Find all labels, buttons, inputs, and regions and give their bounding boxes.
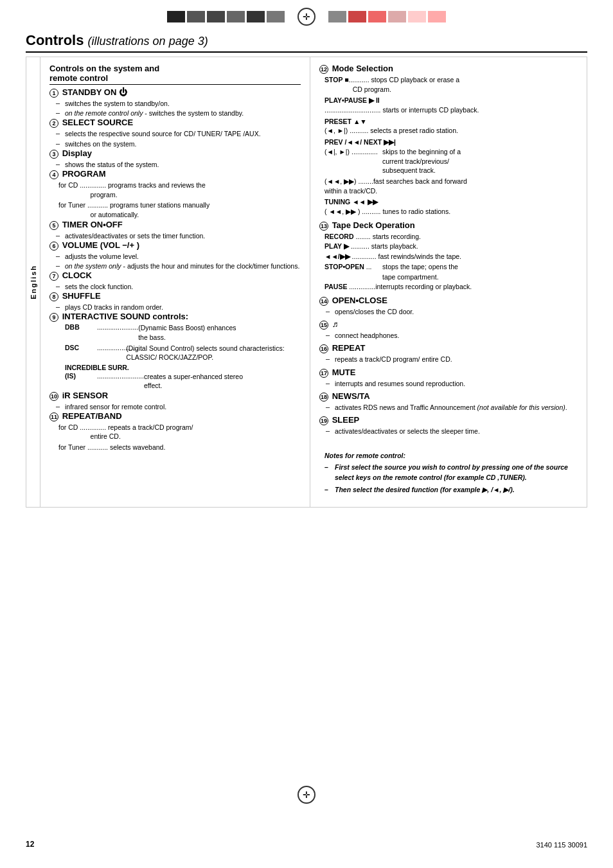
section-select-source: 2 SELECT SOURCE – selects the respective… <box>49 118 301 148</box>
repeat-item: – repeats a track/CD program/ entire CD. <box>319 355 578 364</box>
standby-title: 1 STANDBY ON ⏻ <box>49 87 301 98</box>
section-clock: 7 CLOCK – sets the clock function. <box>49 270 301 291</box>
repeat-title: 16 REPEAT <box>319 343 578 353</box>
program-items: for CD .............. programs tracks an… <box>49 181 301 220</box>
notes-title: Notes for remote control: <box>324 451 573 461</box>
volume-item-1: – adjusts the volume level. <box>49 252 301 261</box>
section-repeat-band: 11 REPEAT/BAND for CD .............. rep… <box>49 411 301 452</box>
repeat-band-title: 11 REPEAT/BAND <box>49 411 301 421</box>
select-source-title: 2 SELECT SOURCE <box>49 118 301 128</box>
tape-stop-open: STOP•OPEN ...stops the tape; opens theta… <box>324 262 578 283</box>
dbb-row: DBB ...................... (Dynamic Bass… <box>65 323 301 341</box>
tape-play: PLAY ▶ .......... starts playback. <box>324 242 578 252</box>
top-decorative-bar: ✛ <box>0 0 613 26</box>
section-timer: 5 TIMER ON•OFF – activates/deactivates o… <box>49 220 301 240</box>
tuning-desc: ( ◄◄, ▶▶ ) .......... tunes to radio sta… <box>324 207 578 217</box>
clock-title: 7 CLOCK <box>49 270 301 281</box>
tape-pause: PAUSE ..............interrupts recording… <box>324 282 578 292</box>
bar-right-segments <box>328 11 446 22</box>
seg-r1 <box>328 11 346 22</box>
content-columns: English Controls on the system and remot… <box>26 57 587 508</box>
standby-item-1: – switches the system to standby/on. <box>49 99 301 108</box>
doc-reference: 3140 115 30091 <box>536 841 587 849</box>
section-ir-sensor: 10 iR SENSOR – infrared sensor for remot… <box>49 391 301 411</box>
tape-title: 13 Tape Deck Operation <box>319 220 578 231</box>
repeat-tuner: for Tuner ........... selects waveband. <box>58 443 301 452</box>
mute-item: – interrupts and resumes sound reproduct… <box>319 379 578 388</box>
section-mute: 17 MUTE – interrupts and resumes sound r… <box>319 368 578 388</box>
section-headphones: 15 ♬ – connect headphones. <box>319 319 578 340</box>
news-ta-title: 18 NEWS/TA <box>319 391 578 402</box>
shuffle-item-1: – plays CD tracks in random order. <box>49 303 301 312</box>
tape-items: RECORD ........ starts recording. PLAY ▶… <box>319 232 578 293</box>
prev-next-label: PREV /◄◄/ NEXT ▶▶| <box>324 137 578 147</box>
program-title: 4 PROGRAM <box>49 169 301 179</box>
volume-item-2: – on the system only - adjusts the hour … <box>49 261 301 270</box>
tape-record: RECORD ........ starts recording. <box>324 232 578 242</box>
select-source-item-1: – selects the respective sound source fo… <box>49 129 301 138</box>
seg-2 <box>187 11 205 22</box>
section-standby: 1 STANDBY ON ⏻ – switches the system to … <box>49 87 301 118</box>
seg-r3 <box>368 11 386 22</box>
play-pause-label: PLAY•PAUSE ▶ II <box>324 96 578 105</box>
sleep-title: 19 SLEEP <box>319 415 578 425</box>
standby-item-2: – on the remote control only - switches … <box>49 109 301 118</box>
section-repeat: 16 REPEAT – repeats a track/CD program/ … <box>319 343 578 364</box>
mode-title: 12 Mode Selection <box>319 64 578 74</box>
mode-items: STOP ■........... stops CD playback or e… <box>319 75 578 217</box>
ir-item-1: – infrared sensor for remote control. <box>49 402 301 411</box>
preset-desc: (◄, ►|) .......... selects a preset radi… <box>324 126 578 136</box>
mute-title: 17 MUTE <box>319 368 578 378</box>
section-interactive-sound: 9 INTERACTIVE SOUND controls: DBB ......… <box>49 312 301 390</box>
seg-r5 <box>408 11 426 22</box>
seg-1 <box>167 11 185 22</box>
bar-left-segments <box>167 11 285 22</box>
section-tape-deck: 13 Tape Deck Operation RECORD ........ s… <box>319 220 578 293</box>
seg-r2 <box>348 11 366 22</box>
seg-r4 <box>388 11 406 22</box>
title-sub: (illustrations on page 3) <box>88 35 208 48</box>
shuffle-title: 8 SHUFFLE <box>49 291 301 301</box>
right-column: 12 Mode Selection STOP ■........... stop… <box>310 57 587 507</box>
section-open-close: 14 OPEN•CLOSE – opens/closes the CD door… <box>319 296 578 316</box>
main-content: Controls (illustrations on page 3) Engli… <box>0 26 613 527</box>
tape-ff: ◄◄/▶▶ ............. fast rewinds/winds t… <box>324 252 578 262</box>
language-label: English <box>30 265 37 299</box>
news-ta-item: – activates RDS news and Traffic Announc… <box>319 403 578 412</box>
program-cd: for CD .............. programs tracks an… <box>58 181 301 199</box>
timer-title: 5 TIMER ON•OFF <box>49 220 301 230</box>
is-row: (IS) ......................... creates a… <box>65 372 301 390</box>
play-pause-desc: .............................. starts or… <box>324 105 578 115</box>
prev-next-desc2: (◄◄, ▶▶) ........fast searches back and … <box>324 177 578 195</box>
compass-icon-bottom: ✛ <box>298 786 315 804</box>
seg-5 <box>247 11 265 22</box>
volume-title: 6 VOLUME (VOL −/+ ) <box>49 240 301 251</box>
title-main: Controls <box>26 32 84 48</box>
interactive-title: 9 INTERACTIVE SOUND controls: <box>49 312 301 322</box>
display-title: 3 Display <box>49 148 301 159</box>
section-display: 3 Display – shows the status of the syst… <box>49 148 301 169</box>
left-col-header: Controls on the system and remote contro… <box>49 64 301 83</box>
timer-item-1: – activates/deactivates or sets the time… <box>49 231 301 240</box>
notes-box: Notes for remote control: – First select… <box>319 446 578 500</box>
clock-item-1: – sets the clock function. <box>49 282 301 291</box>
section-sleep: 19 SLEEP – activates/deactivates or sele… <box>319 415 578 436</box>
program-tuner: for Tuner ........... programs tuner sta… <box>58 200 301 219</box>
left-column: Controls on the system and remote contro… <box>40 57 310 507</box>
open-close-title: 14 OPEN•CLOSE <box>319 296 578 306</box>
repeat-cd: for CD .............. repeats a track/CD… <box>58 423 301 441</box>
select-source-item-2: – switches on the system. <box>49 139 301 148</box>
compass-icon-top: ✛ <box>298 8 315 26</box>
headphones-item: – connect headphones. <box>319 331 578 340</box>
display-item-1: – shows the status of the system. <box>49 160 301 169</box>
section-program: 4 PROGRAM for CD .............. programs… <box>49 169 301 220</box>
ir-title: 10 iR SENSOR <box>49 391 301 401</box>
preset-label: PRESET ▲▼ <box>324 117 578 127</box>
note-1: – First select the source you wish to co… <box>324 463 573 483</box>
header-divider <box>49 84 301 85</box>
language-sidebar: English <box>26 57 40 507</box>
page-title: Controls (illustrations on page 3) <box>26 32 587 53</box>
page-number: 12 <box>26 840 34 849</box>
interactive-items: DBB ...................... (Dynamic Bass… <box>49 323 301 390</box>
headphones-title: 15 ♬ <box>319 319 578 330</box>
